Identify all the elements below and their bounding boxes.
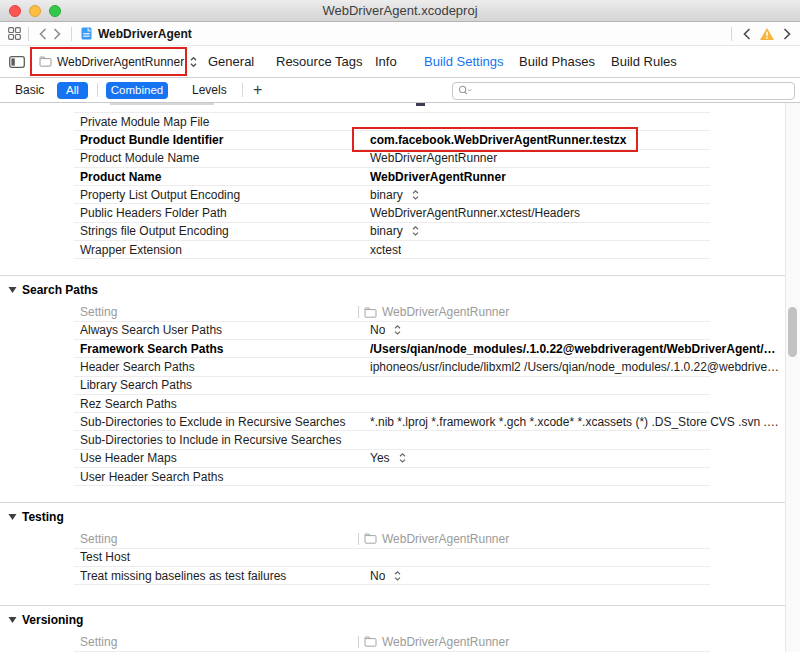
setting-value[interactable]: Yes	[370, 450, 407, 467]
tab-build-phases[interactable]: Build Phases	[519, 46, 595, 77]
warning-icon[interactable]	[759, 27, 775, 41]
setting-value[interactable]: /Users/qian/node_modules/.1.0.22@webdriv…	[370, 340, 776, 357]
forward-icon[interactable]	[53, 28, 61, 40]
filter-combined[interactable]: Combined	[106, 82, 168, 99]
divider	[97, 83, 98, 97]
section-title: Search Paths	[22, 283, 98, 297]
setting-value-text: WebDriverAgentRunner.xctest/Headers	[370, 206, 580, 220]
filter-basic[interactable]: Basic	[15, 83, 44, 97]
divider	[358, 533, 359, 545]
setting-value[interactable]: No	[370, 567, 402, 584]
column-header-setting-label: Setting	[80, 635, 117, 649]
add-build-setting-button[interactable]: +	[253, 81, 262, 99]
setting-label: Framework Search Paths	[80, 342, 223, 356]
zoom-window-button[interactable]	[49, 5, 61, 17]
section-header-versioning[interactable]: Versioning	[0, 606, 785, 633]
stepper-icon[interactable]	[393, 324, 402, 336]
search-icon	[458, 85, 472, 96]
section-header-search-paths[interactable]: Search Paths	[0, 276, 785, 303]
tab-build-rules[interactable]: Build Rules	[611, 46, 677, 77]
setting-row[interactable]: Treat missing baselines as test failures…	[74, 567, 710, 585]
column-header-row: SettingWebDriverAgentRunner	[74, 530, 710, 548]
search-input[interactable]	[472, 84, 794, 98]
tab-resource-tags[interactable]: Resource Tags	[276, 46, 362, 77]
navigator-toggle-icon[interactable]	[9, 56, 25, 68]
column-header-target-label: WebDriverAgentRunner	[382, 635, 509, 649]
build-settings-content: Private Module Map FileProduct Bundle Id…	[0, 103, 800, 652]
setting-label: Use Header Maps	[80, 451, 177, 465]
stepper-icon[interactable]	[398, 452, 407, 464]
setting-row[interactable]: Private Module Map File	[74, 113, 710, 131]
setting-row[interactable]: Header Search Pathsiphoneos/usr/include/…	[74, 358, 710, 376]
setting-row[interactable]: User Header Search Paths	[74, 468, 710, 486]
setting-value[interactable]: iphoneos/usr/include/libxml2 /Users/qian…	[370, 358, 779, 375]
setting-value[interactable]: *.nib *.lproj *.framework *.gch *.xcode*…	[370, 413, 782, 430]
traffic-lights	[9, 5, 61, 17]
setting-value[interactable]: com.facebook.WebDriverAgentRunner.testzx	[370, 131, 627, 148]
setting-row[interactable]: Framework Search Paths/Users/qian/node_m…	[74, 340, 710, 358]
project-document-icon[interactable]	[81, 27, 92, 40]
setting-label: Rez Search Paths	[80, 397, 177, 411]
setting-label: Always Search User Paths	[80, 323, 222, 337]
tab-general[interactable]: General	[208, 46, 254, 77]
search-field[interactable]	[452, 82, 795, 100]
stepper-icon[interactable]	[411, 225, 420, 237]
stepper-icon[interactable]	[393, 570, 402, 582]
setting-row[interactable]: Property List Output Encodingbinary	[74, 186, 710, 204]
section-header-testing[interactable]: Testing	[0, 503, 785, 530]
setting-row[interactable]: Library Search Paths	[74, 377, 710, 395]
setting-value[interactable]: binary	[370, 223, 420, 240]
previous-issue-icon[interactable]	[743, 28, 751, 40]
setting-label: Treat missing baselines as test failures	[80, 569, 286, 583]
setting-label: Library Search Paths	[80, 378, 192, 392]
setting-row[interactable]: Strings file Output Encodingbinary	[74, 223, 710, 241]
setting-row[interactable]: Wrapper Extensionxctest	[74, 241, 710, 259]
window-titlebar: WebDriverAgent.xcodeproj	[0, 0, 800, 22]
disclosure-triangle-icon[interactable]	[8, 286, 17, 294]
scrollbar-thumb[interactable]	[788, 307, 797, 357]
minimize-window-button[interactable]	[29, 5, 41, 17]
setting-value[interactable]: WebDriverAgentRunner	[370, 150, 497, 167]
setting-row[interactable]: Sub-Directories to Exclude in Recursive …	[74, 413, 710, 431]
stepper-icon	[189, 56, 198, 68]
setting-row[interactable]: Use Header MapsYes	[74, 450, 710, 468]
setting-row[interactable]: Product NameWebDriverAgentRunner	[74, 168, 710, 186]
breadcrumb-document[interactable]: WebDriverAgent	[98, 27, 192, 41]
setting-row[interactable]: Rez Search Paths	[74, 395, 710, 413]
setting-label: Sub-Directories to Include in Recursive …	[80, 433, 341, 447]
disclosure-triangle-icon[interactable]	[8, 616, 17, 624]
stepper-icon[interactable]	[411, 189, 420, 201]
setting-value-text: Yes	[370, 451, 390, 465]
setting-value[interactable]: xctest	[370, 241, 401, 258]
target-selector annotation-box-target[interactable]: WebDriverAgentRunner	[30, 47, 187, 76]
setting-row[interactable]: Test Host	[74, 549, 710, 567]
setting-row[interactable]: Product Module NameWebDriverAgentRunner	[74, 150, 710, 168]
setting-value[interactable]: No	[370, 322, 402, 339]
setting-value[interactable]: WebDriverAgentRunner.xctest/Headers	[370, 204, 580, 221]
setting-value[interactable]: WebDriverAgentRunner	[370, 168, 506, 185]
setting-row[interactable]: Public Headers Folder PathWebDriverAgent…	[74, 204, 710, 222]
filter-all[interactable]: All	[57, 82, 88, 99]
setting-value-text: iphoneos/usr/include/libxml2 /Users/qian…	[370, 360, 779, 374]
divider	[358, 636, 359, 648]
tab-build-settings[interactable]: Build Settings	[424, 46, 504, 77]
setting-value[interactable]: binary	[370, 186, 420, 203]
spacer	[0, 103, 785, 112]
close-window-button[interactable]	[9, 5, 21, 17]
setting-row[interactable]: Sub-Directories to Include in Recursive …	[74, 431, 710, 449]
column-header-target: WebDriverAgentRunner	[358, 530, 509, 547]
back-icon[interactable]	[39, 28, 47, 40]
setting-label: Product Bundle Identifier	[80, 133, 223, 147]
setting-row[interactable]: Product Bundle Identifiercom.facebook.We…	[74, 131, 710, 149]
tab-overview-icon[interactable]	[8, 27, 21, 40]
disclosure-triangle-icon[interactable]	[8, 513, 17, 521]
section-title: Versioning	[22, 613, 83, 627]
scrollbar-track[interactable]	[785, 103, 800, 652]
setting-row[interactable]: Always Search User PathsNo	[74, 322, 710, 340]
jump-bar: WebDriverAgent	[0, 22, 800, 46]
next-issue-icon[interactable]	[783, 28, 791, 40]
tab-info[interactable]: Info	[375, 46, 397, 77]
setting-label: Header Search Paths	[80, 360, 195, 374]
filter-levels[interactable]: Levels	[192, 83, 227, 97]
section-gap	[0, 585, 785, 605]
